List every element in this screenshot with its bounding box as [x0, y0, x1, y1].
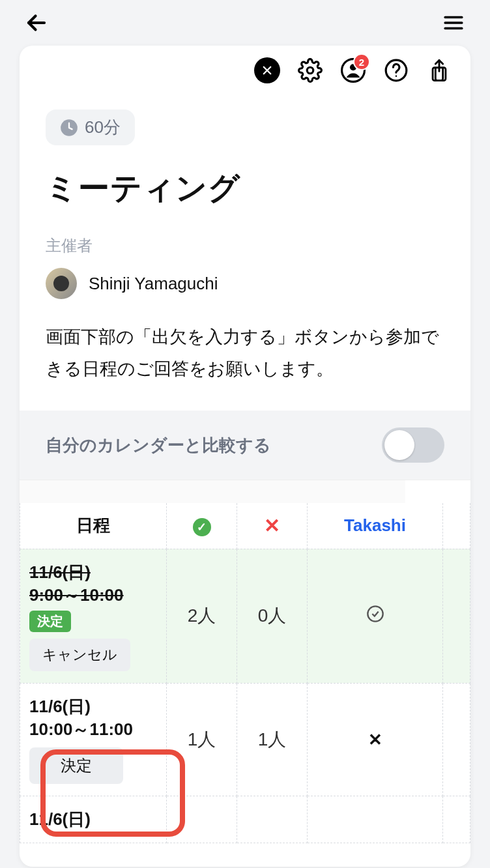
share-icon: [428, 58, 450, 83]
row-date: 11/6(日): [29, 808, 157, 831]
no-count: 0人: [237, 549, 308, 683]
schedule-table: 日程 ✓ ✕ Takashi 11/6(日) 9:00～10:00 決定 キャン…: [20, 503, 470, 843]
col-header-participant: Takashi: [308, 503, 443, 549]
organizer-label: 主催者: [46, 235, 444, 256]
gear-icon: [298, 58, 323, 83]
col-header-no: ✕: [237, 503, 308, 549]
row-date: 11/6(日): [29, 695, 157, 718]
table-row: 11/6(日): [20, 796, 470, 843]
decided-badge: 決定: [29, 611, 71, 632]
empty-cell: [443, 683, 470, 796]
notification-badge: 2: [353, 53, 370, 70]
cancel-button[interactable]: キャンセル: [29, 639, 130, 671]
participant-mark: [308, 549, 443, 683]
row-time: 10:00～11:00: [29, 718, 157, 741]
col-header-yes: ✓: [167, 503, 237, 549]
check-circle-icon: ✓: [193, 518, 211, 536]
svg-point-14: [368, 606, 382, 621]
participant-mark: ✕: [308, 683, 443, 796]
clock-icon: [60, 119, 78, 137]
x-mark-icon: ✕: [368, 730, 382, 749]
duration-pill: 60分: [46, 109, 135, 145]
empty-cell: [167, 796, 237, 843]
organizer-avatar: [46, 268, 77, 299]
empty-cell: [308, 796, 443, 843]
row-date: 11/6(日): [29, 561, 157, 584]
share-button[interactable]: [426, 57, 452, 83]
empty-cell: [237, 796, 308, 843]
row-time: 9:00～10:00: [29, 584, 157, 607]
table-row: 11/6(日) 9:00～10:00 決定 キャンセル 2人 0人: [20, 549, 470, 683]
check-outline-icon: [366, 605, 384, 623]
close-icon: [254, 57, 280, 83]
help-icon: [384, 58, 409, 83]
settings-button[interactable]: [297, 57, 323, 83]
back-arrow-icon[interactable]: [23, 10, 50, 36]
no-count: 1人: [237, 683, 308, 796]
yes-count: 1人: [167, 683, 237, 796]
help-button[interactable]: [383, 57, 409, 83]
close-button[interactable]: [254, 57, 280, 83]
table-row: 11/6(日) 10:00～11:00 決定 1人 1人 ✕: [20, 683, 470, 796]
toggle-knob: [384, 430, 414, 460]
compare-calendar-toggle[interactable]: [382, 427, 444, 463]
organizer-name: Shinji Yamaguchi: [89, 274, 218, 294]
decide-button[interactable]: 決定: [29, 747, 123, 784]
account-button[interactable]: 2: [340, 57, 366, 83]
event-description: 画面下部の「出欠を入力する」ボタンから参加できる日程のご回答をお願いします。: [46, 321, 444, 384]
yes-count: 2人: [167, 549, 237, 683]
empty-cell: [443, 796, 470, 843]
spacer: [20, 480, 470, 503]
menu-icon[interactable]: [440, 10, 467, 36]
duration-label: 60分: [85, 116, 121, 139]
event-title: ミーティング: [46, 167, 444, 209]
col-header-date: 日程: [20, 503, 167, 549]
empty-cell: [443, 549, 470, 683]
svg-point-10: [396, 75, 397, 77]
svg-point-6: [307, 67, 313, 74]
col-header-extra: [443, 503, 470, 549]
x-icon: ✕: [264, 515, 280, 536]
compare-calendar-label: 自分のカレンダーと比較する: [46, 434, 271, 457]
